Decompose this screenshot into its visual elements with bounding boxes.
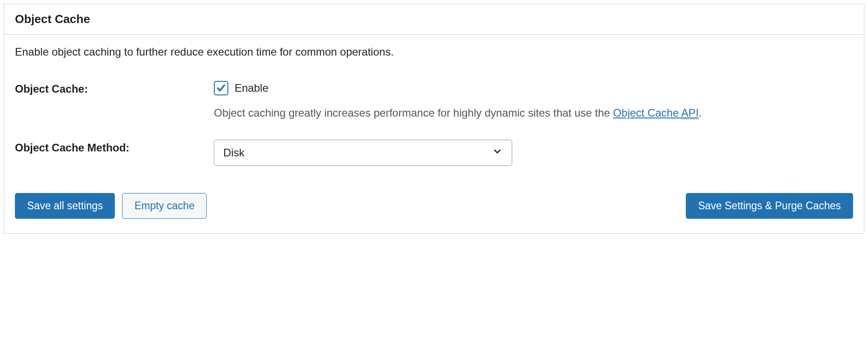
save-all-settings-button[interactable]: Save all settings (15, 193, 115, 219)
object-cache-row: Object Cache: Enable Object caching grea… (15, 81, 853, 122)
button-group-left: Save all settings Empty cache (15, 193, 207, 219)
object-cache-panel: Object Cache Enable object caching to fu… (4, 4, 864, 234)
object-cache-checkbox-wrap: Enable (214, 81, 853, 95)
method-control: Disk (214, 140, 853, 166)
method-label: Object Cache Method: (15, 140, 214, 154)
method-selected-value: Disk (223, 146, 245, 159)
hint-link-prefix: Object Cache (613, 107, 681, 119)
check-icon (216, 83, 226, 93)
object-cache-checkbox[interactable] (214, 81, 228, 95)
object-cache-hint: Object caching greatly increases perform… (214, 104, 853, 122)
object-cache-control: Enable Object caching greatly increases … (214, 81, 853, 122)
empty-cache-button[interactable]: Empty cache (122, 193, 207, 219)
panel-body: Enable object caching to further reduce … (4, 35, 864, 233)
panel-description: Enable object caching to further reduce … (15, 46, 853, 58)
method-row: Object Cache Method: Disk (15, 140, 853, 166)
hint-link-abbr: API (681, 107, 699, 119)
method-select[interactable]: Disk (214, 140, 512, 166)
save-settings-purge-caches-button[interactable]: Save Settings & Purge Caches (686, 193, 853, 219)
button-row: Save all settings Empty cache Save Setti… (15, 193, 853, 219)
object-cache-checkbox-label: Enable (235, 82, 269, 94)
object-cache-api-link[interactable]: Object Cache API (613, 107, 698, 119)
panel-header: Object Cache (4, 4, 864, 35)
panel-title: Object Cache (15, 12, 853, 26)
hint-text-prefix: Object caching greatly increases perform… (214, 107, 613, 119)
chevron-down-icon (492, 146, 503, 160)
hint-text-suffix: . (699, 107, 702, 119)
object-cache-label: Object Cache: (15, 81, 214, 95)
